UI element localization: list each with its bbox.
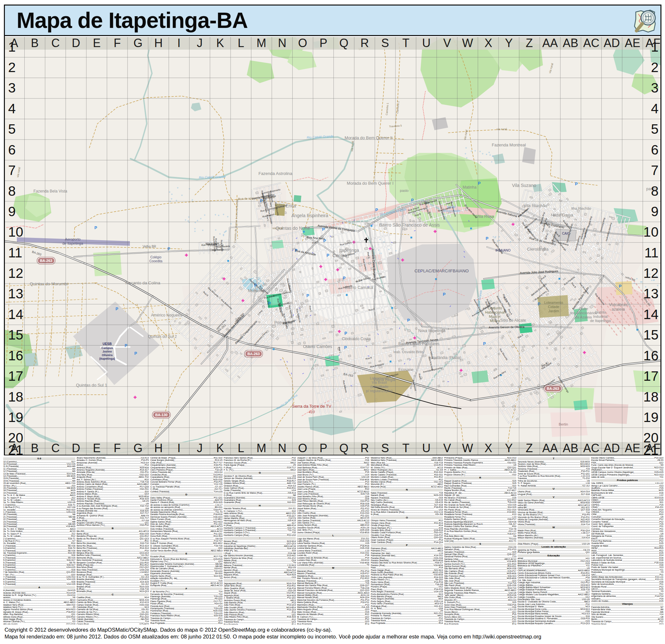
svg-text:W: W [462, 37, 473, 50]
svg-text:15: 15 [643, 327, 659, 343]
svg-text:ψ: ψ [194, 221, 196, 223]
svg-text:21: 21 [8, 443, 23, 455]
svg-text:ψ: ψ [488, 151, 490, 153]
svg-text:ψ: ψ [471, 150, 472, 152]
svg-text:V: V [443, 442, 451, 455]
svg-text:R: R [360, 37, 369, 50]
svg-text:E: E [93, 37, 101, 50]
svg-text:T: T [402, 37, 410, 50]
svg-text:L: L [238, 37, 244, 50]
svg-text:H: H [154, 442, 163, 455]
svg-text:4: 4 [651, 101, 659, 116]
svg-text:P: P [134, 351, 137, 356]
svg-text:Oliveira: Oliveira [102, 353, 113, 357]
svg-text:de Itapetinga: de Itapetinga [62, 241, 83, 246]
svg-text:1: 1 [651, 39, 659, 55]
svg-text:IFBAIANO: IFBAIANO [495, 249, 511, 252]
svg-text:BA-263: BA-263 [247, 352, 260, 356]
svg-text:15: 15 [8, 327, 23, 343]
svg-text:18: 18 [8, 389, 23, 405]
svg-text:W: W [462, 442, 473, 455]
svg-text:Velha BR: Velha BR [142, 245, 156, 248]
svg-text:J: J [197, 442, 203, 455]
svg-text:CEPLAC/EMARC/IFBAIANO: CEPLAC/EMARC/IFBAIANO [415, 269, 469, 273]
svg-text:Y: Y [505, 442, 513, 455]
svg-text:ψ: ψ [218, 214, 219, 216]
svg-text:Matinha: Matinha [463, 185, 477, 190]
svg-text:Cidade: Cidade [548, 305, 559, 309]
svg-text:ψ: ψ [204, 214, 205, 216]
svg-text:R: R [360, 442, 369, 455]
svg-text:BA-130: BA-130 [155, 413, 168, 417]
svg-text:U: U [422, 442, 431, 455]
svg-text:O: O [298, 37, 307, 50]
svg-text:I: I [177, 37, 180, 50]
svg-text:P: P [125, 344, 127, 348]
svg-text:ψ: ψ [641, 281, 642, 283]
svg-text:Bertin: Bertin [559, 422, 568, 426]
svg-text:410: 410 [309, 410, 315, 414]
svg-text:de Itapetinga: de Itapetinga [590, 319, 611, 323]
svg-text:Vila Riachão: Vila Riachão [524, 203, 548, 208]
svg-text:ψ: ψ [215, 229, 216, 231]
svg-text:Ecosane: Ecosane [398, 368, 414, 372]
svg-text:Bairro São Francisco de Assis: Bairro São Francisco de Assis [379, 222, 440, 228]
svg-text:ψ: ψ [169, 191, 170, 193]
svg-text:ψ: ψ [181, 194, 183, 196]
svg-text:5: 5 [651, 121, 659, 137]
svg-text:da Azaleia: da Azaleia [575, 315, 592, 319]
svg-text:P: P [320, 442, 327, 455]
svg-text:Cooedita: Cooedita [149, 259, 163, 263]
svg-text:1: 1 [8, 39, 16, 55]
svg-text:P: P [343, 276, 345, 280]
svg-text:J: J [197, 37, 203, 50]
svg-text:ψ: ψ [215, 214, 216, 216]
svg-text:Vulcabras: Vulcabras [609, 302, 628, 307]
svg-text:ψ: ψ [495, 236, 496, 238]
svg-text:Vila Rosa: Vila Rosa [476, 214, 494, 219]
svg-text:17: 17 [643, 368, 659, 384]
svg-text:AE: AE [625, 37, 640, 50]
svg-text:10: 10 [643, 224, 659, 239]
svg-text:P: P [443, 292, 445, 297]
svg-text:ψ: ψ [480, 161, 481, 163]
svg-text:ψ: ψ [486, 153, 487, 155]
svg-text:M: M [256, 37, 266, 50]
svg-text:Vitória Régia: Vitória Régia [373, 377, 396, 382]
svg-text:Américo Nogueira: Américo Nogueira [151, 313, 182, 317]
svg-text:ψ: ψ [185, 219, 186, 221]
svg-text:Z: Z [526, 442, 533, 455]
svg-text:ψ: ψ [230, 223, 231, 225]
svg-text:S: S [381, 442, 389, 455]
svg-text:via rural: via rural [272, 227, 283, 230]
svg-text:V: V [443, 37, 451, 50]
svg-text:UESB: UESB [102, 342, 112, 346]
svg-text:N: N [278, 442, 286, 455]
svg-text:7: 7 [8, 163, 16, 178]
svg-text:3: 3 [8, 80, 16, 95]
svg-text:dos Funcionários: dos Funcionários [570, 311, 597, 315]
svg-text:B: B [31, 442, 39, 455]
svg-text:Y: Y [505, 37, 513, 50]
svg-text:11: 11 [8, 245, 22, 260]
svg-text:K: K [216, 442, 224, 455]
svg-text:E: E [93, 442, 101, 455]
svg-text:Fazenda Montreal: Fazenda Montreal [492, 142, 526, 148]
svg-text:6: 6 [8, 142, 16, 157]
svg-text:Vila Suzano: Vila Suzano [512, 183, 536, 188]
svg-text:Fazenda Astrolina: Fazenda Astrolina [259, 171, 292, 176]
svg-text:P: P [116, 307, 118, 311]
svg-text:ψ: ψ [497, 240, 498, 242]
svg-text:ψ: ψ [466, 157, 467, 159]
svg-text:BA-263: BA-263 [40, 259, 52, 262]
svg-text:Hab. Osvaldo Brito: Hab. Osvaldo Brito [394, 350, 423, 354]
svg-text:F: F [114, 37, 121, 50]
svg-text:8: 8 [651, 183, 659, 199]
svg-text:ψ: ψ [493, 236, 494, 238]
svg-text:N: N [278, 37, 286, 50]
svg-text:P: P [344, 331, 347, 336]
svg-text:Aeroporto: Aeroporto [65, 237, 80, 241]
svg-text:ψ: ψ [636, 277, 638, 279]
svg-text:13: 13 [643, 286, 659, 301]
svg-text:13: 13 [8, 286, 23, 301]
